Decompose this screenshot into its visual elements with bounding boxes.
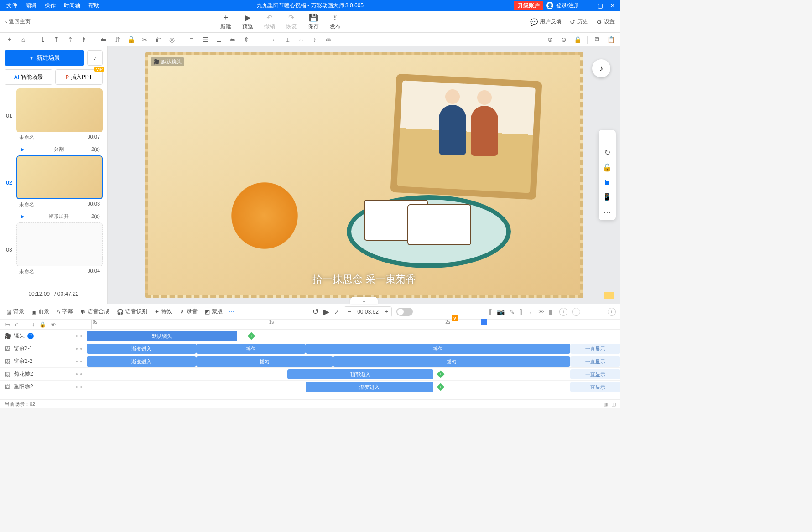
down-icon[interactable]: ↓ [32,321,35,328]
canvas-frame[interactable]: 🎥 默认镜头 拾一抹思念 采一束菊香 [145,52,583,298]
scene-item[interactable]: 03 未命名00:04 [5,222,103,277]
trash-icon[interactable]: 🗑 [152,34,164,45]
valign-top-icon[interactable]: ⫟ [254,34,266,45]
timeline-mask-button[interactable]: ◩蒙版 [203,308,224,315]
track-lane[interactable]: 默认镜头 [87,330,620,342]
back-home-button[interactable]: ‹ 返回主页 [5,18,31,26]
insert-ppt-button[interactable]: P 插入PPT VIP [55,69,103,85]
history-button[interactable]: ↺历史 [570,18,588,26]
timeline-clip[interactable]: 默认镜头 [87,331,237,341]
user-avatar-icon[interactable]: 👤 [546,2,553,9]
track-label[interactable]: 🎥镜头? [0,332,87,340]
track-lane[interactable]: 渐变进入摇匀摇匀一直显示 [87,355,620,367]
timeline-subtitle-button[interactable]: A字幕 [55,308,75,315]
lock-small-icon[interactable]: 🔒 [39,321,46,328]
collapse-panel-button[interactable]: ⌄ [350,297,378,304]
ai-scene-button[interactable]: AI 智能场景 [5,69,52,85]
timeline-clip[interactable]: 顶部渐入 [287,369,433,379]
align-top-icon[interactable]: ⇡ [64,34,76,45]
zoom-in-icon[interactable]: ⊕ [544,34,556,45]
v-marker[interactable]: V [452,315,458,321]
timeline-fx-button[interactable]: ✦特效 [153,308,174,315]
align-right-icon[interactable]: ≣ [213,34,225,45]
time-plus-button[interactable]: + [381,307,391,317]
filter-icon[interactable]: ⫧ [527,308,533,315]
flip-v-icon[interactable]: ⇵ [111,34,123,45]
menu-action[interactable]: 操作 [41,1,59,10]
zoom-add-button[interactable]: + [608,308,616,316]
toolbar-save-button[interactable]: 💾保存 [308,13,319,31]
time-input[interactable]: − 00:03.62 + [344,306,392,317]
keyframe-icon[interactable] [437,371,445,378]
timeline-clip[interactable]: 一直显示 [570,344,620,354]
scene-thumbnail[interactable] [16,88,103,132]
folder-out-icon[interactable]: 🗀 [15,321,20,328]
window-close-icon[interactable]: ✕ [608,2,618,9]
feedback-button[interactable]: 💬用户反馈 [530,18,562,26]
tool-home-icon[interactable]: ⌂ [17,34,29,45]
screen-mobile-icon[interactable]: 📱 [603,193,612,201]
timeline-clip[interactable]: 摇匀 [306,344,570,354]
toolbar-new-button[interactable]: ＋新建 [220,13,231,31]
settings-button[interactable]: ⚙设置 [596,18,615,26]
align-center-icon[interactable]: ☰ [199,34,211,45]
timeline-bg-button[interactable]: ▨背景 [5,308,26,315]
track-lane[interactable]: 渐变进入一直显示 [87,381,620,393]
scene-thumbnail[interactable] [16,155,103,199]
valign-icon[interactable]: ↕ [309,34,321,45]
scene-card[interactable]: 未命名00:07 [16,88,103,143]
spacing-icon[interactable]: ⇹ [323,34,334,45]
play-icon[interactable]: ▶ [323,307,329,317]
zoom-minus-button[interactable]: − [572,308,580,316]
folder-add-icon[interactable]: 🗁 [5,321,10,328]
time-minus-button[interactable]: − [344,307,354,317]
timeline-clip[interactable]: 渐变进入 [306,382,433,392]
menu-edit[interactable]: 编辑 [22,1,40,10]
timeline-clip[interactable]: 摇匀 [333,356,570,367]
timeline-record-button[interactable]: 🎙录音 [177,308,199,315]
distribute-h-icon[interactable]: ⇔ [227,34,239,45]
distribute-v-icon[interactable]: ⇕ [240,34,252,45]
more-button[interactable]: ⋯ [227,309,236,315]
flip-h-icon[interactable]: ⇋ [98,34,109,45]
window-minimize-icon[interactable]: — [582,2,592,9]
scene-transition[interactable]: ▶矩形展开2(s) [5,212,103,221]
track-lane[interactable]: 顶部渐入一直显示 [87,368,620,380]
scene-card[interactable]: 未命名00:04 [16,222,103,277]
menu-file[interactable]: 文件 [3,1,21,10]
status-icon[interactable]: ◫ [611,401,616,407]
music-button[interactable]: ♪ [87,50,103,66]
scene-item[interactable]: 01 未命名00:07 [5,88,103,143]
up-icon[interactable]: ↑ [25,321,27,328]
paste-icon[interactable]: 📋 [605,34,617,45]
eye-small-icon[interactable]: 👁 [51,321,56,328]
target-icon[interactable]: ◎ [166,34,178,45]
eye-icon[interactable]: 👁 [538,308,544,315]
marker-in-icon[interactable]: ⟦ [489,308,492,315]
toolbar-preview-button[interactable]: ▶预览 [242,13,253,31]
track-lane[interactable]: 渐变进入摇匀摇匀一直显示 [87,342,620,355]
rewind-icon[interactable]: ↺ [312,307,318,316]
grid-icon[interactable]: ▦ [549,308,555,315]
keyframe-icon[interactable] [248,332,255,340]
track-label[interactable]: 🖼菊花瓣2 [0,370,87,378]
timeline-clip[interactable]: 一直显示 [570,356,620,367]
screen-desktop-icon[interactable]: 🖥 [604,178,611,186]
track-label[interactable]: 🖼窗帘2-1 [0,345,87,352]
loop-toggle[interactable] [396,308,413,316]
align-download-icon[interactable]: ⤓ [37,34,49,45]
scene-thumbnail[interactable] [16,222,103,266]
new-scene-button[interactable]: ＋ 新建场景 [5,50,84,66]
timeline-clip[interactable]: 一直显示 [570,369,620,379]
scene-item[interactable]: 02 未命名00:03 [5,155,103,210]
align-bottom-icon[interactable]: ⇟ [78,34,90,45]
expand-icon[interactable]: ⤢ [334,308,339,315]
timeline-clip[interactable]: 摇匀 [196,344,306,354]
keyframe-icon[interactable] [437,383,445,391]
align-left-icon[interactable]: ≡ [186,34,198,45]
menu-help[interactable]: 帮助 [85,1,103,10]
scene-card[interactable]: 未命名00:03 [16,155,103,210]
zoom-out-icon[interactable]: ⊖ [558,34,570,45]
upgrade-button[interactable]: 升级账户 [514,1,543,10]
valign-bot-icon[interactable]: ⟂ [281,34,293,45]
